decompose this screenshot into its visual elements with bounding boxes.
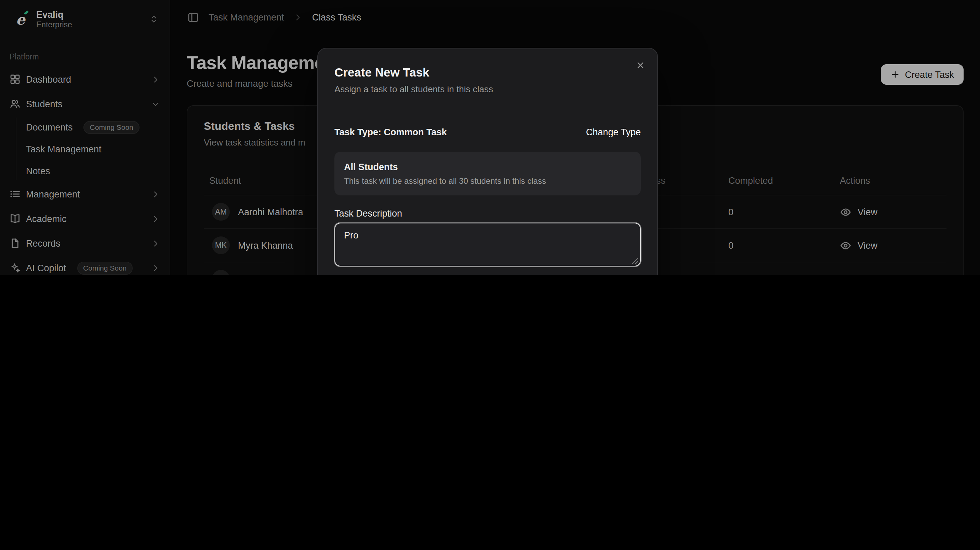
task-description-wrap: Pro [334, 223, 641, 266]
all-students-description: This task will be assigned to all 30 stu… [344, 176, 631, 187]
modal-subtitle: Assign a task to all students in this cl… [334, 83, 641, 96]
all-students-panel: All Students This task will be assigned … [334, 152, 641, 195]
task-type-row: Task Type: Common Task Change Type [334, 126, 641, 139]
change-type-button[interactable]: Change Type [586, 126, 641, 139]
modal-title: Create New Task [334, 65, 641, 80]
task-description-label: Task Description [334, 207, 641, 221]
task-type-label: Task Type: Common Task [334, 126, 447, 139]
create-task-modal: Create New Task Assign a task to all stu… [317, 48, 658, 275]
task-description-input[interactable]: Pro [334, 223, 641, 266]
close-icon[interactable] [635, 60, 646, 70]
app-root: e Evaliq Enterprise Platform DashboardSt… [0, 0, 980, 275]
all-students-title: All Students [344, 160, 631, 174]
